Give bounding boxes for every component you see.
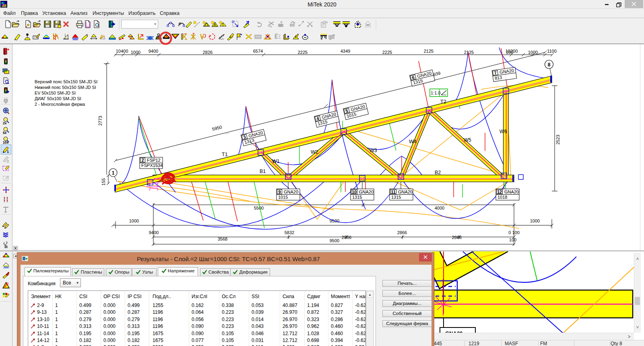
- svg-text:GNA20: GNA20: [359, 189, 374, 194]
- svg-text:2225: 2225: [298, 50, 308, 55]
- svg-text:B2: B2: [435, 170, 441, 175]
- svg-text:155: 155: [101, 178, 106, 185]
- svg-text:1: 1: [7, 150, 9, 154]
- svg-text:813: 813: [494, 75, 502, 80]
- svg-text:Нижний пояс 50х150 SM-JD SI: Нижний пояс 50х150 SM-JD SI: [35, 85, 96, 90]
- svg-text:1000: 1000: [528, 50, 538, 55]
- svg-text:B1: B1: [260, 169, 266, 174]
- svg-text:GNA20: GNA20: [504, 189, 519, 194]
- svg-text:5x: 5x: [3, 131, 7, 135]
- svg-text:2: 2: [7, 159, 9, 163]
- svg-text:W3: W3: [369, 148, 377, 153]
- svg-text:1100: 1100: [547, 49, 557, 54]
- svg-text:10x: 10x: [3, 140, 8, 144]
- svg-text:1000: 1000: [129, 218, 139, 223]
- svg-text:2: 2: [141, 158, 144, 163]
- svg-text:W1: W1: [272, 159, 280, 164]
- svg-text:GNA20: GNA20: [398, 189, 413, 194]
- svg-text:9400: 9400: [149, 49, 158, 54]
- svg-text:5832: 5832: [285, 230, 294, 235]
- svg-text:2523: 2523: [555, 135, 560, 144]
- svg-text:2966: 2966: [342, 235, 351, 240]
- svg-text:1015: 1015: [278, 195, 288, 200]
- svg-text:W4: W4: [409, 139, 417, 144]
- svg-text:9400: 9400: [149, 230, 159, 235]
- svg-text:1018: 1018: [497, 195, 507, 200]
- svg-text:1315: 1315: [391, 195, 401, 200]
- svg-text:2125: 2125: [464, 50, 474, 55]
- svg-text:2125: 2125: [424, 49, 433, 54]
- svg-text:1000: 1000: [530, 218, 540, 223]
- svg-text:W6: W6: [500, 129, 507, 134]
- svg-text:1:1.0: 1:1.0: [431, 91, 440, 95]
- svg-text:2866: 2866: [397, 230, 407, 235]
- svg-text:FSPX1534: FSPX1534: [141, 163, 163, 168]
- svg-text:6574: 6574: [253, 49, 263, 54]
- svg-text:9500: 9500: [330, 238, 339, 243]
- svg-text:9: 9: [278, 189, 281, 194]
- svg-text:1: 1: [112, 170, 115, 176]
- svg-text:GNA20: GNA20: [284, 189, 298, 194]
- svg-text:5950: 5950: [212, 124, 223, 132]
- svg-text:FSP12: FSP12: [147, 158, 161, 163]
- svg-text:8: 8: [548, 62, 551, 68]
- svg-text:4000: 4000: [435, 206, 444, 210]
- svg-text:ДИАГ 50х100 SM-JD SI: ДИАГ 50х100 SM-JD SI: [35, 96, 81, 101]
- svg-text:W5: W5: [464, 137, 471, 143]
- svg-text:11: 11: [391, 189, 396, 194]
- svg-text:10400: 10400: [116, 49, 128, 54]
- svg-text:2866: 2866: [452, 235, 462, 240]
- svg-text:T1: T1: [222, 152, 228, 157]
- svg-text:2 - Многослойная ферма: 2 - Многослойная ферма: [35, 102, 85, 107]
- svg-text:1315: 1315: [352, 195, 362, 200]
- svg-text:10: 10: [352, 189, 357, 194]
- svg-text:2826: 2826: [203, 50, 213, 55]
- svg-text:3568: 3568: [218, 237, 227, 241]
- svg-text:100: 100: [509, 237, 516, 242]
- svg-text:4349: 4349: [341, 49, 350, 54]
- svg-text:....: ....: [225, 130, 229, 135]
- svg-text:EV 50х150 SM-JD SI: EV 50х150 SM-JD SI: [35, 91, 76, 95]
- svg-text:1000: 1000: [131, 50, 140, 55]
- svg-text:12: 12: [497, 189, 502, 194]
- svg-text:T2: T2: [440, 99, 446, 105]
- svg-text:W2: W2: [311, 149, 318, 155]
- svg-text:100: 100: [506, 50, 513, 55]
- svg-text:Верхний пояс 50х150 SM-JD SI: Верхний пояс 50х150 SM-JD SI: [35, 79, 97, 84]
- svg-text:2225: 2225: [382, 50, 392, 55]
- svg-text:2x: 2x: [3, 121, 7, 125]
- svg-text:5500: 5500: [254, 206, 264, 210]
- svg-text:2773: 2773: [98, 116, 103, 126]
